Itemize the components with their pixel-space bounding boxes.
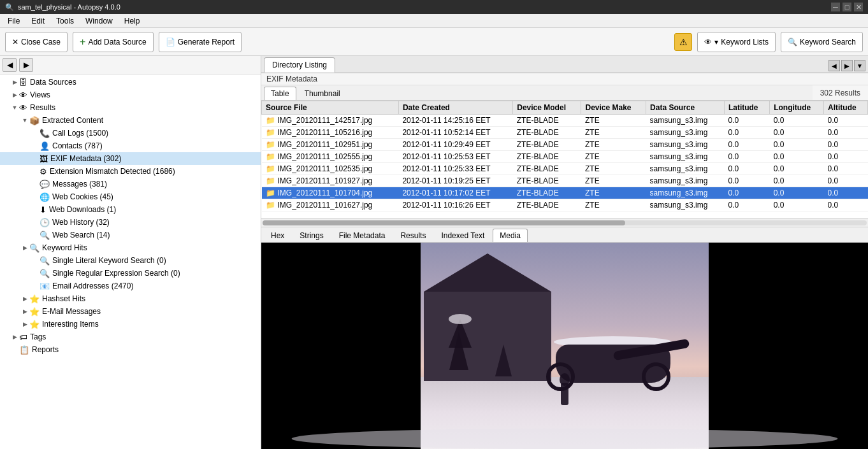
col-longitude[interactable]: Longitude <box>770 101 824 115</box>
table-row[interactable]: 📁IMG_20120111_105216.jpg 2012-01-11 10:5… <box>262 127 868 139</box>
call-logs-icon: 📞 <box>40 129 50 138</box>
cell-alt: 0.0 <box>824 187 868 199</box>
menu-edit[interactable]: Edit <box>26 15 50 27</box>
warning-icon[interactable]: ⚠ <box>674 33 692 51</box>
col-device-make[interactable]: Device Make <box>581 101 646 115</box>
tree-item-hashset-hits[interactable]: ▶ ⭐ Hashset Hits <box>0 292 261 305</box>
generate-report-icon: 📄 <box>166 38 175 46</box>
tab-results[interactable]: Results <box>393 229 433 242</box>
minimize-button[interactable]: ─ <box>831 3 840 11</box>
tree-item-extension-mismatch[interactable]: ⚙ Extension Mismatch Detected (1686) <box>0 165 261 178</box>
tab-directory-listing[interactable]: Directory Listing <box>264 57 335 73</box>
literal-icon: 🔍 <box>40 256 50 266</box>
col-source-file[interactable]: Source File <box>262 101 399 115</box>
close-case-icon: ✕ <box>12 38 18 46</box>
tree-item-results[interactable]: ▼ 👁 Results <box>0 101 261 114</box>
maximize-button[interactable]: □ <box>843 3 851 11</box>
email-label: Email Addresses (2470) <box>52 282 133 290</box>
menu-bar: File Edit Tools Window Help <box>0 14 868 28</box>
toggle-data-sources[interactable]: ▶ <box>10 79 19 85</box>
tree-item-reports[interactable]: 📋 Reports <box>0 343 261 356</box>
tree-item-email-addresses[interactable]: 📧 Email Addresses (2470) <box>0 280 261 292</box>
tree-item-web-search[interactable]: 🔍 Web Search (14) <box>0 229 261 241</box>
tree-item-single-regex[interactable]: 🔍 Single Regular Expression Search (0) <box>0 267 261 280</box>
tree-item-messages[interactable]: 💬 Messages (381) <box>0 178 261 190</box>
tab-hex[interactable]: Hex <box>264 229 291 242</box>
generate-report-button[interactable]: 📄 Generate Report <box>159 32 242 52</box>
toggle-tags[interactable]: ▶ <box>10 334 19 340</box>
tree-item-web-history[interactable]: 🕒 Web History (32) <box>0 216 261 229</box>
tree-item-call-logs[interactable]: 📞 Call Logs (1500) <box>0 127 261 139</box>
menu-file[interactable]: File <box>3 15 25 27</box>
tree-item-contacts[interactable]: 👤 Contacts (787) <box>0 139 261 152</box>
tree-item-web-cookies[interactable]: 🌐 Web Cookies (45) <box>0 190 261 203</box>
tab-thumbnail[interactable]: Thumbnail <box>298 87 347 100</box>
toggle-extracted[interactable]: ▼ <box>20 117 29 124</box>
left-panel: ◀ ▶ ▶ 🗄 Data Sources ▶ 👁 Views ▼ 👁 Resul… <box>0 56 261 449</box>
results-count: 302 Results <box>813 89 868 97</box>
building-silhouette <box>424 292 551 381</box>
forward-button[interactable]: ▶ <box>19 58 33 72</box>
close-button[interactable]: ✕ <box>854 3 863 11</box>
col-altitude[interactable]: Altitude <box>824 101 868 115</box>
horizontal-scrollbar[interactable] <box>261 218 868 227</box>
cell-lat: 0.0 <box>724 163 769 175</box>
keyword-search-label: Keyword Search <box>800 38 856 46</box>
tab-scroll-right[interactable]: ▶ <box>841 60 853 71</box>
cell-file: 📁IMG_20120111_101627.jpg <box>262 199 399 211</box>
tree-item-data-sources[interactable]: ▶ 🗄 Data Sources <box>0 76 261 89</box>
history-label: Web History (32) <box>52 218 110 227</box>
toggle-email-msg[interactable]: ▶ <box>20 308 29 315</box>
folder-icon: 📁 <box>266 164 275 173</box>
contacts-icon: 👤 <box>40 141 50 151</box>
table-row[interactable]: 📁IMG_20120111_102555.jpg 2012-01-11 10:2… <box>262 151 868 163</box>
toggle-results[interactable]: ▼ <box>10 104 19 111</box>
tree-item-extracted-content[interactable]: ▼ 📦 Extracted Content <box>0 114 261 127</box>
tree-item-views[interactable]: ▶ 👁 Views <box>0 89 261 101</box>
tree-item-tags[interactable]: ▶ 🏷 Tags <box>0 331 261 343</box>
tree-item-single-literal[interactable]: 🔍 Single Literal Keyword Search (0) <box>0 254 261 267</box>
cookies-icon: 🌐 <box>40 192 50 202</box>
tree-item-web-downloads[interactable]: ⬇ Web Downloads (1) <box>0 203 261 216</box>
toolbar: ✕ Close Case + Add Data Source 📄 Generat… <box>0 28 868 56</box>
tree-item-email-messages[interactable]: ▶ ⭐ E-Mail Messages <box>0 305 261 318</box>
cell-lat: 0.0 <box>724 139 769 151</box>
history-icon: 🕒 <box>40 218 50 227</box>
tab-scroll-left[interactable]: ◀ <box>828 60 840 71</box>
table-row[interactable]: 📁IMG_20120111_101627.jpg 2012-01-11 10:1… <box>262 199 868 211</box>
add-data-source-button[interactable]: + Add Data Source <box>73 32 154 52</box>
toggle-views[interactable]: ▶ <box>10 92 19 98</box>
keyword-lists-button[interactable]: 👁 ▾ Keyword Lists <box>697 32 776 52</box>
cell-make: ZTE <box>581 199 646 211</box>
table-row[interactable]: 📁IMG_20120111_102535.jpg 2012-01-11 10:2… <box>262 163 868 175</box>
folder-icon: 📁 <box>266 176 275 185</box>
tree-item-interesting-items[interactable]: ▶ ⭐ Interesting Items <box>0 318 261 331</box>
tab-media[interactable]: Media <box>493 229 528 242</box>
tab-indexed-text[interactable]: Indexed Text <box>434 229 491 242</box>
toggle-keyword-hits[interactable]: ▶ <box>20 245 29 251</box>
folder-icon: 📁 <box>266 140 275 149</box>
close-case-button[interactable]: ✕ Close Case <box>5 32 68 52</box>
table-row[interactable]: 📁IMG_20120111_101927.jpg 2012-01-11 10:1… <box>262 175 868 187</box>
tree-item-keyword-hits[interactable]: ▶ 🔍 Keyword Hits <box>0 241 261 254</box>
back-button[interactable]: ◀ <box>3 58 17 72</box>
col-date-created[interactable]: Date Created <box>398 101 512 115</box>
menu-help[interactable]: Help <box>119 15 145 27</box>
tree-item-exif[interactable]: 🖼 EXIF Metadata (302) <box>0 152 261 165</box>
table-row[interactable]: 📁IMG_20120111_101704.jpg 2012-01-11 10:1… <box>262 187 868 199</box>
col-data-source[interactable]: Data Source <box>646 101 725 115</box>
menu-window[interactable]: Window <box>80 15 118 27</box>
menu-tools[interactable]: Tools <box>51 15 79 27</box>
table-row[interactable]: 📁IMG_20120111_102951.jpg 2012-01-11 10:2… <box>262 139 868 151</box>
cell-lat: 0.0 <box>724 199 769 211</box>
table-row[interactable]: 📁IMG_20120111_142517.jpg 2012-01-11 14:2… <box>262 115 868 127</box>
toggle-hashset[interactable]: ▶ <box>20 296 29 302</box>
toggle-interesting[interactable]: ▶ <box>20 321 29 327</box>
keyword-search-button[interactable]: 🔍 Keyword Search <box>781 32 863 52</box>
tab-file-metadata[interactable]: File Metadata <box>332 229 393 242</box>
tab-table[interactable]: Table <box>264 87 296 100</box>
tab-dropdown[interactable]: ▼ <box>854 60 865 71</box>
col-device-model[interactable]: Device Model <box>513 101 581 115</box>
col-latitude[interactable]: Latitude <box>724 101 769 115</box>
tab-strings[interactable]: Strings <box>293 229 330 242</box>
